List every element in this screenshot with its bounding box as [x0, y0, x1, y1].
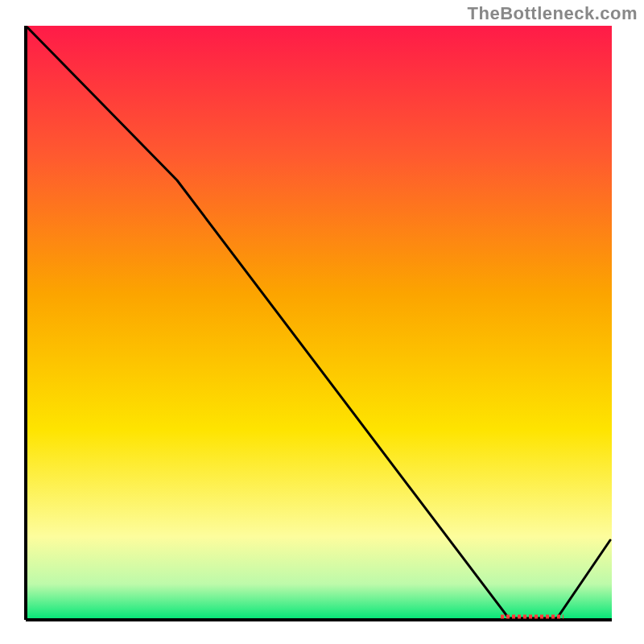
- bottleneck-chart: TheBottleneck.com: [0, 0, 644, 644]
- plot-svg: [0, 0, 644, 644]
